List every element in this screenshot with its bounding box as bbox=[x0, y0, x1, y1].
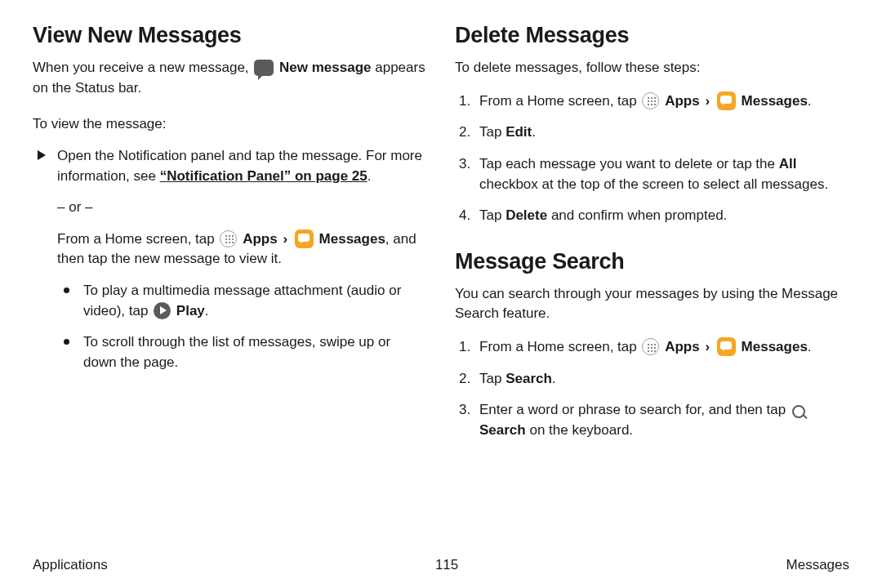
messages-label: Messages bbox=[742, 93, 808, 109]
search-steps: From a Home screen, tap Apps › Messages.… bbox=[455, 337, 849, 441]
search-lead: You can search through your messages by … bbox=[455, 284, 849, 324]
d4-a: Tap bbox=[479, 207, 506, 223]
messages-app-icon bbox=[295, 229, 314, 248]
view-option-1: Open the Notification panel and tap the … bbox=[33, 146, 427, 186]
sub-a: From a Home screen, tap bbox=[57, 231, 218, 247]
apps-icon bbox=[220, 230, 237, 247]
apps-label: Apps bbox=[665, 93, 700, 109]
s2-b: . bbox=[552, 371, 556, 386]
dot1-a: To play a multimedia message attachment … bbox=[83, 283, 401, 318]
d3-a: Tap each message you want to delete or t… bbox=[479, 156, 779, 172]
s3-a: Enter a word or phrase to search for, an… bbox=[479, 402, 790, 417]
d1-a: From a Home screen, tap bbox=[479, 93, 640, 109]
d4-b: and confirm when prompted. bbox=[547, 207, 727, 223]
messages-label: Messages bbox=[742, 339, 808, 354]
delete-step-3: Tap each message you want to delete or t… bbox=[474, 154, 849, 194]
heading-view-new-messages: View New Messages bbox=[33, 23, 427, 48]
view-option-2: From a Home screen, tap Apps › Messages,… bbox=[33, 229, 427, 270]
new-message-label: New message bbox=[279, 60, 371, 75]
apps-label: Apps bbox=[243, 231, 278, 247]
search-key-label: Search bbox=[479, 422, 526, 438]
apps-icon bbox=[642, 92, 659, 109]
s3-b: on the keyboard. bbox=[526, 422, 633, 438]
chevron-right-icon: › bbox=[283, 231, 287, 247]
notification-panel-link[interactable]: “Notification Panel” on page 25 bbox=[160, 168, 368, 184]
play-label: Play bbox=[176, 303, 205, 318]
or-separator: – or – bbox=[33, 198, 427, 218]
delete-step-4: Tap Delete and confirm when prompted. bbox=[474, 206, 849, 226]
heading-message-search: Message Search bbox=[455, 249, 849, 274]
messages-app-icon bbox=[717, 91, 736, 110]
delete-steps: From a Home screen, tap Apps › Messages.… bbox=[455, 91, 849, 226]
s1-a: From a Home screen, tap bbox=[479, 339, 640, 354]
right-column: Delete Messages To delete messages, foll… bbox=[455, 23, 849, 452]
intro-paragraph: When you receive a new message, New mess… bbox=[33, 58, 427, 98]
footer-right: Messages bbox=[786, 557, 849, 573]
d2-b: . bbox=[532, 124, 536, 140]
messages-app-icon bbox=[717, 337, 736, 356]
search-icon bbox=[791, 404, 808, 421]
view-steps: Open the Notification panel and tap the … bbox=[33, 146, 427, 186]
chevron-right-icon: › bbox=[705, 93, 710, 109]
apps-icon bbox=[642, 338, 659, 355]
heading-delete-messages: Delete Messages bbox=[455, 23, 849, 48]
tip-play: To play a multimedia message attachment … bbox=[57, 281, 427, 321]
footer-left: Applications bbox=[33, 557, 108, 573]
page-footer: Applications 115 Messages bbox=[33, 557, 849, 573]
view-lead: To view the message: bbox=[33, 114, 427, 135]
view1-b: . bbox=[368, 168, 372, 184]
new-message-notification-icon bbox=[254, 60, 274, 76]
all-label: All bbox=[779, 156, 797, 172]
d3-b: checkbox at the top of the screen to sel… bbox=[479, 176, 828, 192]
tip-scroll: To scroll through the list of messages, … bbox=[57, 332, 427, 372]
delete-label: Delete bbox=[506, 207, 547, 223]
play-icon bbox=[154, 302, 171, 319]
search-step-1: From a Home screen, tap Apps › Messages. bbox=[474, 337, 849, 358]
delete-step-2: Tap Edit. bbox=[474, 122, 849, 143]
left-column: View New Messages When you receive a new… bbox=[33, 23, 427, 452]
delete-step-1: From a Home screen, tap Apps › Messages. bbox=[474, 91, 849, 112]
view-tips: To play a multimedia message attachment … bbox=[33, 281, 427, 373]
d2-a: Tap bbox=[479, 124, 506, 140]
footer-page-number: 115 bbox=[435, 557, 458, 573]
messages-label: Messages bbox=[319, 231, 385, 247]
intro-a: When you receive a new message, bbox=[33, 60, 252, 75]
dot1-b: . bbox=[205, 303, 209, 318]
delete-lead: To delete messages, follow these steps: bbox=[455, 58, 849, 78]
search-step-3: Enter a word or phrase to search for, an… bbox=[474, 400, 849, 440]
chevron-right-icon: › bbox=[705, 339, 710, 354]
s1-b: . bbox=[808, 339, 812, 354]
d1-b: . bbox=[808, 93, 812, 109]
search-step-2: Tap Search. bbox=[474, 369, 849, 390]
s2-a: Tap bbox=[479, 371, 506, 386]
edit-label: Edit bbox=[506, 124, 532, 140]
search-tap-label: Search bbox=[506, 371, 552, 386]
apps-label: Apps bbox=[665, 339, 700, 354]
